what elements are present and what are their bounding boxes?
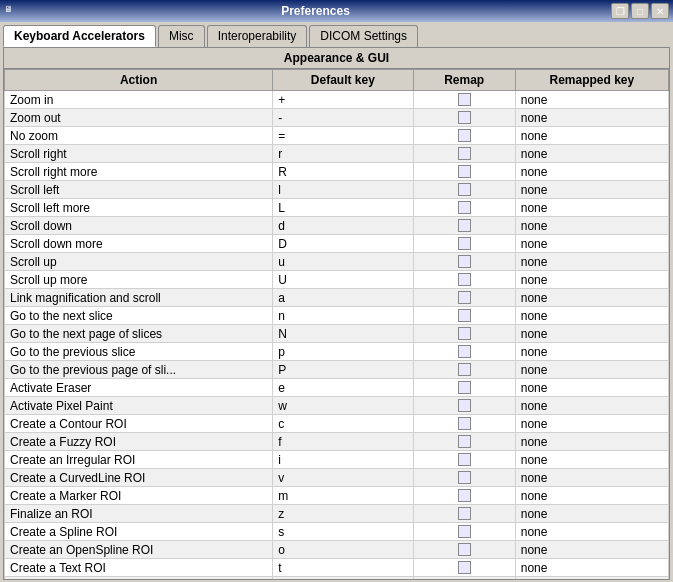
restore-button[interactable]: ❐ xyxy=(611,3,629,19)
remap-cell[interactable] xyxy=(413,307,515,325)
default-key-cell: D xyxy=(273,235,413,253)
remap-checkbox[interactable] xyxy=(458,507,471,520)
remap-checkbox[interactable] xyxy=(458,309,471,322)
table-row: Scroll down moreDnone xyxy=(5,235,669,253)
default-key-cell: z xyxy=(273,505,413,523)
remap-cell[interactable] xyxy=(413,505,515,523)
remap-checkbox[interactable] xyxy=(458,93,471,106)
remap-checkbox[interactable] xyxy=(458,237,471,250)
remap-cell[interactable] xyxy=(413,235,515,253)
action-cell: Create a CurvedLine ROI xyxy=(5,469,273,487)
remapped-key-cell: none xyxy=(515,433,668,451)
remap-cell[interactable] xyxy=(413,217,515,235)
remap-checkbox[interactable] xyxy=(458,147,471,160)
remap-cell[interactable] xyxy=(413,415,515,433)
table-row: Scroll right moreRnone xyxy=(5,163,669,181)
section-header: Appearance & GUI xyxy=(4,48,669,69)
action-cell: Scroll down xyxy=(5,217,273,235)
remap-cell[interactable] xyxy=(413,577,515,580)
remapped-key-cell: none xyxy=(515,127,668,145)
action-cell: Go to the next page of slices xyxy=(5,325,273,343)
remap-cell[interactable] xyxy=(413,325,515,343)
remap-cell[interactable] xyxy=(413,91,515,109)
default-key-cell: - xyxy=(273,109,413,127)
remap-cell[interactable] xyxy=(413,145,515,163)
action-cell: Create a Fuzzy ROI xyxy=(5,433,273,451)
remap-checkbox[interactable] xyxy=(458,111,471,124)
remap-checkbox[interactable] xyxy=(458,129,471,142)
remap-checkbox[interactable] xyxy=(458,201,471,214)
default-key-cell: f xyxy=(273,433,413,451)
remap-checkbox[interactable] xyxy=(458,561,471,574)
remap-cell[interactable] xyxy=(413,541,515,559)
default-key-cell: n xyxy=(273,307,413,325)
remap-checkbox[interactable] xyxy=(458,381,471,394)
remapped-key-cell: none xyxy=(515,289,668,307)
remapped-key-cell: none xyxy=(515,145,668,163)
remap-checkbox[interactable] xyxy=(458,183,471,196)
remap-checkbox[interactable] xyxy=(458,435,471,448)
remap-checkbox[interactable] xyxy=(458,525,471,538)
remap-cell[interactable] xyxy=(413,109,515,127)
action-cell: Scroll right xyxy=(5,145,273,163)
remap-cell[interactable] xyxy=(413,253,515,271)
remap-cell[interactable] xyxy=(413,397,515,415)
title-bar: 🖥 Preferences ❐ □ ✕ xyxy=(0,0,673,22)
remap-checkbox[interactable] xyxy=(458,363,471,376)
table-row: No zoom=none xyxy=(5,127,669,145)
remap-checkbox[interactable] xyxy=(458,471,471,484)
remap-cell[interactable] xyxy=(413,127,515,145)
remap-checkbox[interactable] xyxy=(458,399,471,412)
remap-cell[interactable] xyxy=(413,163,515,181)
default-key-cell: N xyxy=(273,325,413,343)
remap-cell[interactable] xyxy=(413,469,515,487)
remapped-key-cell: none xyxy=(515,487,668,505)
remap-cell[interactable] xyxy=(413,523,515,541)
remap-cell[interactable] xyxy=(413,199,515,217)
remap-cell[interactable] xyxy=(413,559,515,577)
remap-checkbox[interactable] xyxy=(458,543,471,556)
remap-cell[interactable] xyxy=(413,379,515,397)
table-row: Select the previous ROI<none xyxy=(5,577,669,580)
remapped-key-cell: none xyxy=(515,379,668,397)
window-title: Preferences xyxy=(20,4,611,18)
action-cell: Activate Eraser xyxy=(5,379,273,397)
remap-checkbox[interactable] xyxy=(458,165,471,178)
table-row: Activate Eraserenone xyxy=(5,379,669,397)
remap-checkbox[interactable] xyxy=(458,219,471,232)
table-row: Go to the previous page of sli...Pnone xyxy=(5,361,669,379)
remap-cell[interactable] xyxy=(413,487,515,505)
remap-checkbox[interactable] xyxy=(458,453,471,466)
remapped-key-cell: none xyxy=(515,415,668,433)
remap-checkbox[interactable] xyxy=(458,489,471,502)
close-button[interactable]: ✕ xyxy=(651,3,669,19)
remap-checkbox[interactable] xyxy=(458,273,471,286)
remap-checkbox[interactable] xyxy=(458,345,471,358)
remap-checkbox[interactable] xyxy=(458,291,471,304)
action-cell: Scroll down more xyxy=(5,235,273,253)
remapped-key-cell: none xyxy=(515,163,668,181)
remapped-key-cell: none xyxy=(515,91,668,109)
tab-dicom-settings[interactable]: DICOM Settings xyxy=(309,25,418,47)
table-row: Activate Pixel Paintwnone xyxy=(5,397,669,415)
action-cell: Create a Contour ROI xyxy=(5,415,273,433)
maximize-button[interactable]: □ xyxy=(631,3,649,19)
remap-checkbox[interactable] xyxy=(458,255,471,268)
tab-interoperability[interactable]: Interoperability xyxy=(207,25,308,47)
table-row: Zoom out-none xyxy=(5,109,669,127)
remap-cell[interactable] xyxy=(413,343,515,361)
remap-cell[interactable] xyxy=(413,271,515,289)
remap-cell[interactable] xyxy=(413,181,515,199)
remap-cell[interactable] xyxy=(413,433,515,451)
remapped-key-cell: none xyxy=(515,505,668,523)
tab-keyboard-accelerators[interactable]: Keyboard Accelerators xyxy=(3,25,156,47)
remap-checkbox[interactable] xyxy=(458,417,471,430)
remap-checkbox[interactable] xyxy=(458,327,471,340)
remap-cell[interactable] xyxy=(413,451,515,469)
remap-cell[interactable] xyxy=(413,289,515,307)
remap-cell[interactable] xyxy=(413,361,515,379)
action-cell: Scroll up more xyxy=(5,271,273,289)
action-cell: Activate Pixel Paint xyxy=(5,397,273,415)
tab-misc[interactable]: Misc xyxy=(158,25,205,47)
table-row: Finalize an ROIznone xyxy=(5,505,669,523)
